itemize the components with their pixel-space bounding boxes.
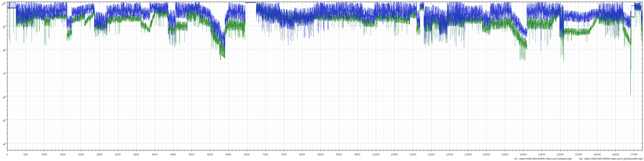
legend-label-perscene: video-H264-800-6000k-video-avc1-perScene… <box>584 158 643 160</box>
vmaf-per-frame-chart: video-H264-800-6000k-video-avc1-default.… <box>0 0 644 161</box>
legend-item-default: video-H264-800-6000k-video-avc1-default.… <box>514 158 572 160</box>
legend-item-perscene: video-H264-800-6000k-video-avc1-perScene… <box>579 158 643 160</box>
legend-label-default: video-H264-800-6000k-video-avc1-default.… <box>519 158 572 160</box>
legend-swatch-perscene-icon <box>579 158 583 159</box>
chart-canvas[interactable] <box>0 0 644 161</box>
legend-swatch-default-icon <box>514 158 518 159</box>
chart-legend: video-H264-800-6000k-video-avc1-default.… <box>514 158 643 160</box>
